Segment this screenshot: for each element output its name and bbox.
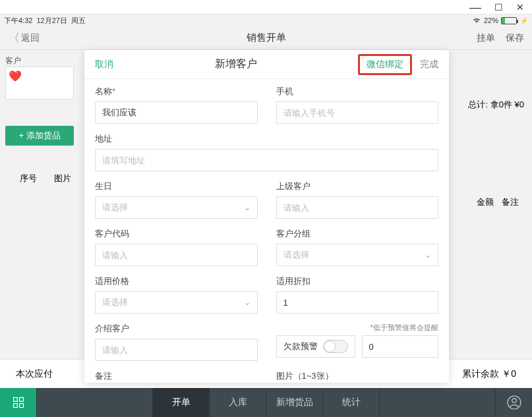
debt-warning-value-input[interactable]: [362, 335, 439, 358]
battery-percent: 22%: [484, 16, 498, 24]
window-minimize-button[interactable]: —: [469, 3, 481, 12]
modal-header: 取消 新增客户 微信绑定 完成: [84, 50, 449, 79]
name-label: 名称*: [95, 86, 258, 97]
pay-this-time-label: 本次应付: [16, 368, 53, 380]
name-input[interactable]: [95, 101, 258, 124]
col-seq: 序号: [20, 173, 37, 184]
balance-label: 累计余款 ￥0: [462, 368, 516, 380]
nav-stock-in[interactable]: 入库: [210, 388, 266, 417]
remark-label: 备注: [95, 370, 258, 382]
customer-group-select[interactable]: 请选择 ⌄: [276, 244, 439, 266]
discount-input[interactable]: [276, 291, 439, 314]
add-goods-button[interactable]: + 添加货品: [5, 126, 74, 146]
col-image: 图片: [54, 173, 71, 184]
customer-group-label: 客户分组: [276, 228, 439, 240]
svg-rect-2: [13, 404, 17, 408]
back-label: 返回: [21, 32, 40, 44]
window-close-button[interactable]: ✕: [516, 2, 524, 13]
nav-stats[interactable]: 统计: [323, 388, 380, 417]
back-button[interactable]: 〈 返回: [8, 30, 40, 46]
cancel-button[interactable]: 取消: [95, 59, 113, 70]
col-remark: 备注: [502, 196, 519, 208]
done-button[interactable]: 完成: [420, 59, 438, 70]
status-weekday: 周五: [71, 16, 86, 26]
table-header-right: 金额 备注: [477, 196, 519, 208]
battery-icon: [501, 17, 517, 24]
nav-new-product[interactable]: 新增货品: [266, 388, 323, 417]
debt-warning-toggle-container: 欠款预警: [276, 335, 355, 358]
address-label: 地址: [95, 133, 438, 145]
svg-rect-0: [13, 398, 17, 402]
customer-select-box[interactable]: ❤️: [5, 67, 74, 99]
order-summary: 总计: 拿0件 ¥0: [468, 99, 524, 111]
grid-icon: [12, 396, 25, 409]
user-icon: [506, 395, 522, 410]
new-customer-modal: 取消 新增客户 微信绑定 完成 名称* 手机 地址: [84, 50, 449, 383]
svg-rect-1: [19, 398, 23, 402]
status-date: 12月27日: [36, 16, 67, 26]
device-status-bar: 下午4:32 12月27日 周五 22% ⚡: [0, 14, 532, 26]
bottom-nav: 开单 入库 新增货品 统计: [0, 388, 532, 417]
discount-label: 适用折扣: [276, 275, 439, 287]
parent-customer-input[interactable]: [276, 196, 439, 219]
intro-customer-input[interactable]: [95, 339, 258, 361]
phone-label: 手机: [276, 86, 439, 97]
birthday-label: 生日: [95, 181, 258, 192]
wifi-icon: [472, 17, 481, 24]
window-maximize-button[interactable]: ☐: [494, 2, 503, 13]
parent-customer-label: 上级客户: [276, 181, 439, 192]
profile-button[interactable]: [495, 388, 532, 417]
chevron-left-icon: 〈: [8, 30, 20, 46]
address-input[interactable]: [95, 149, 438, 171]
debt-warning-toggle[interactable]: [323, 340, 348, 353]
debt-warning-label: 欠款预警: [283, 341, 318, 352]
col-amount: 金额: [477, 196, 494, 208]
table-header-left: 序号 图片: [20, 173, 71, 184]
modal-title: 新增客户: [215, 57, 257, 71]
chevron-down-icon: ⌄: [425, 250, 431, 260]
debt-warning-hint: *低于预警值将会提醒: [276, 323, 439, 333]
wechat-bind-button[interactable]: 微信绑定: [358, 54, 412, 75]
page-nav: 〈 返回 销售开单 挂单 保存: [0, 26, 532, 50]
save-button[interactable]: 保存: [506, 32, 524, 44]
chevron-down-icon: ⌄: [244, 203, 251, 212]
apps-grid-button[interactable]: [0, 388, 37, 417]
window-titlebar: — ☐ ✕: [0, 0, 532, 14]
birthday-select[interactable]: 请选择 ⌄: [95, 196, 258, 219]
customer-code-label: 客户代码: [95, 228, 258, 240]
price-label: 适用价格: [95, 275, 258, 287]
status-time: 下午4:32: [4, 16, 32, 26]
pictures-label: 图片（1~3张）: [276, 370, 439, 382]
svg-point-5: [512, 399, 516, 403]
suspend-order-button[interactable]: 挂单: [477, 32, 495, 44]
customer-code-input[interactable]: [95, 244, 258, 266]
phone-input[interactable]: [276, 101, 439, 124]
chevron-down-icon: ⌄: [244, 298, 251, 307]
page-title: 销售开单: [0, 32, 532, 44]
svg-rect-3: [19, 404, 23, 408]
nav-open-order[interactable]: 开单: [153, 388, 210, 417]
charging-icon: ⚡: [520, 17, 528, 24]
intro-customer-label: 介绍客户: [95, 323, 258, 335]
customer-label: 客户: [5, 55, 32, 67]
price-select[interactable]: 请选择 ⌄: [95, 291, 258, 314]
